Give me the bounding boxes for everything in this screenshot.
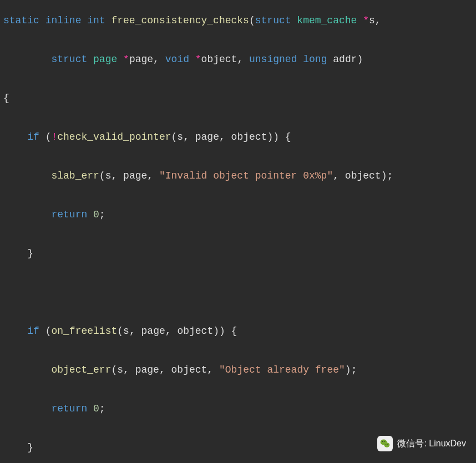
kw-if: if (27, 131, 39, 143)
fn-on-freelist: on_freelist (51, 325, 117, 337)
svg-point-5 (388, 444, 388, 445)
kw-long: long (303, 54, 327, 65)
wechat-label: 微信号: LinuxDev (397, 434, 466, 453)
fn-object-err: object_err (51, 364, 111, 375)
type-kmem-cache: kmem_cache (297, 15, 357, 26)
kw-return: return (51, 403, 87, 414)
svg-point-3 (384, 441, 386, 442)
kw-struct: struct (255, 15, 291, 26)
type-page: page (93, 54, 117, 65)
fn-check-valid-pointer: check_valid_pointer (57, 131, 171, 143)
num-zero: 0 (93, 403, 99, 414)
param-s: s (369, 15, 375, 26)
kw-static: static (3, 15, 39, 26)
fn-free-consistency-checks: free_consistency_checks (111, 15, 249, 26)
svg-point-1 (384, 442, 390, 447)
num-zero: 0 (93, 209, 99, 220)
string-invalid: "Invalid object pointer 0x%p" (159, 170, 333, 181)
star-icon: * (195, 54, 201, 65)
wechat-watermark: 微信号: LinuxDev (377, 434, 466, 453)
kw-struct: struct (51, 54, 87, 65)
kw-return: return (51, 209, 87, 220)
fn-slab-err: slab_err (51, 170, 99, 181)
kw-int: int (87, 15, 105, 26)
kw-inline: inline (45, 15, 82, 26)
wechat-icon (377, 436, 393, 451)
code-block: static inline int free_consistency_check… (0, 0, 476, 463)
param-addr: addr (333, 54, 357, 65)
param-object: object (201, 54, 237, 65)
svg-point-4 (386, 444, 386, 445)
string-already-free: "Object already free" (219, 364, 345, 375)
kw-void: void (165, 54, 189, 65)
kw-if: if (27, 325, 39, 337)
bang-icon: ! (51, 131, 57, 143)
kw-unsigned: unsigned (249, 54, 297, 65)
param-page: page (129, 54, 153, 65)
svg-point-2 (382, 441, 383, 442)
star-icon: * (123, 54, 129, 65)
star-icon: * (363, 15, 369, 26)
